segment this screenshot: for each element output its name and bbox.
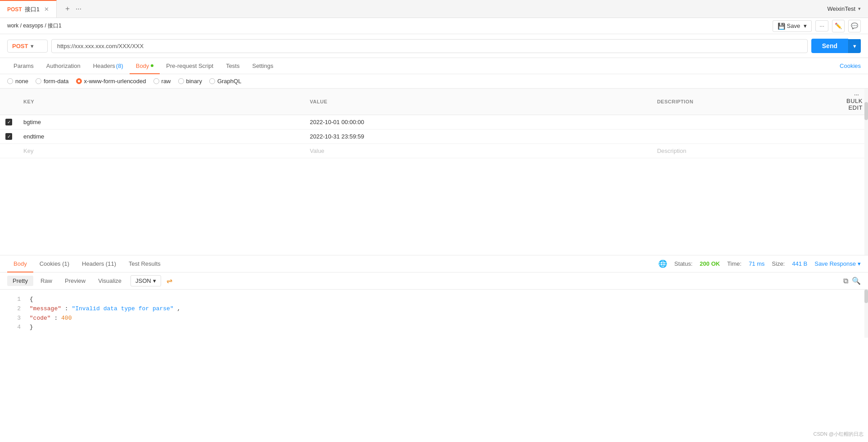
breadcrumb-easyops[interactable]: easyops	[23, 22, 43, 29]
format-bar-right: ⧉ 🔍	[843, 277, 861, 285]
resp-tab-cookies[interactable]: Cookies (1)	[33, 256, 76, 272]
copy-icon[interactable]: ⧉	[843, 277, 848, 285]
row1-description-cell[interactable]	[652, 115, 832, 129]
fmt-tab-visualize[interactable]: Visualize	[93, 276, 127, 286]
json-line-1: 1 {	[7, 295, 861, 304]
tab-settings[interactable]: Settings	[246, 58, 279, 74]
tab-authorization[interactable]: Authorization	[40, 58, 87, 74]
fmt-tab-raw[interactable]: Raw	[35, 276, 58, 286]
row1-checkbox-cell	[0, 115, 18, 129]
resp-tab-headers[interactable]: Headers (11)	[76, 256, 122, 272]
json-colon-2: :	[54, 315, 61, 321]
tab-close-icon[interactable]: ✕	[44, 6, 49, 13]
new-tab-icon[interactable]: ＋	[64, 4, 71, 13]
resp-tab-test-results[interactable]: Test Results	[122, 256, 167, 272]
tab-params[interactable]: Params	[7, 58, 40, 74]
save-response-button[interactable]: Save Response ▾	[814, 260, 861, 267]
json-response-content: 1 { 2 "message" : "Invalid data type for…	[0, 290, 868, 338]
new-row-value-cell[interactable]: Value	[305, 144, 652, 158]
json-chevron-icon[interactable]: ▾	[153, 277, 156, 284]
radio-none-icon	[7, 78, 13, 84]
method-chevron-icon[interactable]: ▾	[31, 43, 34, 49]
tab-pre-request-script[interactable]: Pre-request Script	[160, 58, 220, 74]
row2-checkbox[interactable]	[5, 133, 12, 140]
search-icon[interactable]: 🔍	[852, 277, 861, 285]
body-type-none-label: none	[15, 78, 28, 85]
fmt-tab-pretty[interactable]: Pretty	[7, 276, 33, 286]
line-num-3: 3	[7, 314, 21, 323]
more-options-button[interactable]: ···	[815, 20, 828, 31]
params-table: KEY VALUE DESCRIPTION ··· Bulk Edit bgti…	[0, 89, 868, 158]
table-more-icon[interactable]: ···	[854, 92, 859, 98]
cookies-link[interactable]: Cookies	[840, 63, 861, 69]
status-info: 🌐 Status: 200 OK Time: 71 ms Size: 441 B…	[658, 259, 861, 268]
new-row-desc-cell[interactable]: Description	[652, 144, 832, 158]
body-type-x-www[interactable]: x-www-form-urlencoded	[76, 78, 146, 85]
size-value: 441 B	[792, 260, 807, 267]
body-type-raw[interactable]: raw	[153, 78, 171, 85]
fmt-tab-preview[interactable]: Preview	[59, 276, 91, 286]
tab-bar: POST 接口1 ✕ ＋ ··· WeixinTest ▾	[0, 0, 868, 18]
save-response-chevron-icon[interactable]: ▾	[858, 260, 861, 267]
tab-authorization-label: Authorization	[46, 63, 81, 69]
breadcrumb-work[interactable]: work	[7, 22, 18, 29]
workspace-chevron-icon[interactable]: ▾	[858, 6, 861, 12]
fmt-raw-label: Raw	[40, 277, 52, 284]
tab-name-label: 接口1	[25, 5, 40, 13]
row1-checkbox[interactable]	[5, 119, 12, 125]
tab-tests-label: Tests	[226, 63, 239, 69]
row2-key-cell[interactable]: endtime	[18, 129, 305, 144]
request-tab[interactable]: POST 接口1 ✕	[0, 0, 57, 18]
response-tabs-bar: Body Cookies (1) Headers (11) Test Resul…	[0, 255, 868, 272]
response-scrollbar-track[interactable]	[864, 290, 868, 338]
bulk-edit-label[interactable]: Bulk Edit	[846, 98, 863, 111]
tab-more-icon[interactable]: ···	[76, 5, 81, 13]
row1-value-cell[interactable]: 2022-10-01 00:00:00	[305, 115, 652, 129]
send-chevron-button[interactable]: ▾	[848, 39, 861, 53]
response-scrollbar-thumb[interactable]	[864, 290, 868, 303]
row1-key-cell[interactable]: bgtime	[18, 115, 305, 129]
body-type-form-data[interactable]: form-data	[36, 78, 69, 85]
body-type-graphql[interactable]: GraphQL	[209, 78, 241, 85]
tab-headers[interactable]: Headers (8)	[87, 58, 130, 74]
format-bar: Pretty Raw Preview Visualize JSON ▾ ⇌ ⧉ …	[0, 272, 868, 290]
resp-tab-body[interactable]: Body	[7, 256, 33, 272]
scrollbar-thumb[interactable]	[864, 102, 868, 120]
status-value: 200 OK	[700, 260, 720, 267]
edit-icon-button[interactable]: ✏️	[832, 20, 845, 32]
response-area: Body Cookies (1) Headers (11) Test Resul…	[0, 255, 868, 338]
row2-description-cell[interactable]	[652, 129, 832, 144]
comment-icon-button[interactable]: 💬	[848, 20, 861, 32]
body-type-graphql-label: GraphQL	[217, 78, 241, 85]
radio-raw-icon	[153, 78, 159, 84]
tab-body[interactable]: Body	[130, 58, 160, 74]
tab-headers-label: Headers	[93, 63, 115, 69]
method-selector[interactable]: POST ▾	[7, 40, 48, 53]
save-button[interactable]: 💾 Save ▾	[773, 20, 812, 32]
json-open-brace: {	[30, 296, 33, 303]
json-key-message: "message"	[30, 305, 61, 312]
globe-icon: 🌐	[658, 259, 667, 268]
send-button[interactable]: Send	[811, 39, 848, 53]
key-placeholder: Key	[23, 147, 33, 154]
method-label: POST	[12, 43, 28, 49]
body-type-none[interactable]: none	[7, 78, 28, 85]
url-input[interactable]	[51, 39, 808, 53]
body-type-binary[interactable]: binary	[178, 78, 202, 85]
scrollbar-track[interactable]	[864, 89, 868, 255]
json-type-selector[interactable]: JSON ▾	[130, 275, 161, 286]
col-header-description: DESCRIPTION	[652, 89, 832, 115]
new-row-key-cell[interactable]: Key	[18, 144, 305, 158]
filter-icon[interactable]: ⇌	[166, 277, 172, 285]
fmt-preview-label: Preview	[65, 277, 85, 284]
breadcrumb: work / easyops / 接口1	[7, 22, 62, 30]
body-type-form-data-label: form-data	[44, 78, 69, 85]
row2-value-cell[interactable]: 2022-10-31 23:59:59	[305, 129, 652, 144]
save-chevron-icon[interactable]: ▾	[804, 22, 807, 29]
tab-bar-right: WeixinTest ▾	[827, 5, 868, 12]
body-type-bar: none form-data x-www-form-urlencoded raw…	[0, 74, 868, 89]
json-type-label: JSON	[135, 277, 151, 284]
tab-tests[interactable]: Tests	[220, 58, 246, 74]
json-key-code: "code"	[30, 315, 51, 321]
new-row-checkbox-cell	[0, 144, 18, 158]
